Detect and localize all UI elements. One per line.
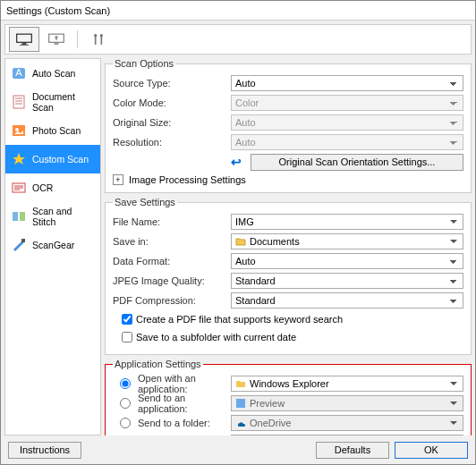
window-title: Settings (Custom Scan) [6,5,110,16]
swap-arrow-icon[interactable]: ↩ [231,155,242,169]
send-folder-radio[interactable] [120,418,131,428]
attach-email-select[interactable]: None (Attach Manually) [231,435,463,435]
svg-rect-15 [13,125,25,136]
sidebar-item-label: Photo Scan [32,125,81,136]
sidebar-item-document-scan[interactable]: Document Scan [5,88,100,116]
open-app-radio[interactable] [120,378,131,389]
data-format-select[interactable]: Auto [231,253,463,269]
instructions-button[interactable]: Instructions [8,442,81,459]
pdf-compression-select[interactable]: Standard [231,292,463,309]
svg-text:A: A [15,67,22,78]
file-name-input[interactable]: IMG [231,214,463,230]
sidebar-item-scan-stitch[interactable]: Scan and Stitch [5,202,100,231]
color-mode-select: Color [231,95,463,111]
scan-options-legend: Scan Options [113,58,175,69]
open-app-label: Open with an application: [138,373,225,394]
svg-rect-2 [20,45,29,46]
top-tab-bar [4,24,472,55]
subfolder-label: Save to a subfolder with current date [136,332,296,342]
sidebar-item-label: ScanGear [32,240,74,250]
sidebar-item-label: Auto Scan [32,68,75,79]
star-icon [11,151,27,167]
svg-rect-4 [55,43,59,45]
monitor-arrow-icon [47,32,65,46]
image-processing-expander[interactable]: + Image Processing Settings [113,174,463,185]
settings-window: Settings (Custom Scan) A Auto Scan [0,0,476,465]
photo-icon [11,123,27,139]
original-size-select: Auto [231,114,463,131]
sidebar-item-label: Document Scan [32,91,95,113]
sidebar-item-label: Custom Scan [32,154,89,165]
onedrive-icon [235,418,246,428]
titlebar: Settings (Custom Scan) [1,1,475,21]
ocr-icon [11,180,27,196]
subfolder-checkbox[interactable] [122,332,132,342]
pdf-keyword-checkbox[interactable] [122,314,132,325]
file-name-label: File Name: [113,216,225,227]
tools-icon [89,32,107,46]
tab-scan-from-panel[interactable] [41,27,72,52]
sidebar: A Auto Scan Document Scan Photo Scan Cus… [4,58,101,435]
sidebar-item-custom-scan[interactable]: Custom Scan [5,145,100,173]
send-app-label: Send to an application: [138,393,225,414]
svg-rect-24 [236,399,245,408]
tab-separator [77,30,78,48]
explorer-icon [235,378,246,389]
sidebar-item-scangear[interactable]: ScanGear [5,231,100,259]
send-folder-label: Send to a folder: [138,418,210,428]
svg-point-8 [100,34,103,37]
scan-options-group: Scan Options Source Type: Auto Color Mod… [105,58,472,193]
pdf-keyword-label: Create a PDF file that supports keyword … [136,314,343,325]
application-settings-group: Application Settings Open with an applic… [105,359,472,435]
monitor-icon [15,32,33,46]
tab-general-settings[interactable] [83,27,114,52]
stitch-icon [11,208,27,224]
scangear-icon [11,237,27,253]
send-app-radio[interactable] [120,398,131,409]
open-app-select[interactable]: Windows Explorer [231,376,463,392]
resolution-label: Resolution: [113,137,225,148]
send-app-select[interactable]: Preview [231,395,463,411]
svg-rect-1 [22,43,27,45]
source-type-label: Source Type: [113,78,225,89]
defaults-button[interactable]: Defaults [316,442,389,459]
send-folder-select[interactable]: OneDrive [231,415,463,431]
original-size-label: Original Size: [113,117,225,128]
sidebar-item-label: Scan and Stitch [32,206,95,227]
resolution-select: Auto [231,134,463,150]
footer-bar: Instructions Defaults OK [4,439,472,461]
source-type-select[interactable]: Auto [231,75,463,91]
window-body: A Auto Scan Document Scan Photo Scan Cus… [1,21,475,464]
svg-rect-0 [17,34,32,42]
pdf-compression-label: PDF Compression: [113,295,225,306]
jpeg-quality-select[interactable]: Standard [231,273,463,289]
ok-button[interactable]: OK [395,442,468,459]
color-mode-label: Color Mode: [113,97,225,108]
tab-scan-from-computer[interactable] [9,27,39,52]
auto-scan-icon: A [11,65,27,81]
preview-icon [235,398,246,409]
orientation-settings-button[interactable]: Original Scan Orientation Settings... [251,154,463,171]
data-format-label: Data Format: [113,256,225,266]
sidebar-item-photo-scan[interactable]: Photo Scan [5,116,100,145]
document-icon [11,94,27,110]
svg-point-16 [15,128,19,131]
svg-point-7 [94,34,97,37]
sidebar-item-label: OCR [32,182,53,193]
sidebar-item-auto-scan[interactable]: A Auto Scan [5,59,100,88]
save-in-label: Save in: [113,236,225,247]
expander-label: Image Processing Settings [129,174,246,185]
content-panel: Scan Options Source Type: Auto Color Mod… [105,58,472,435]
application-settings-legend: Application Settings [113,359,203,369]
save-settings-group: Save Settings File Name: IMG Save in: Do… [105,197,472,355]
svg-rect-22 [20,212,25,221]
save-settings-legend: Save Settings [113,197,177,207]
svg-rect-11 [13,96,24,108]
svg-rect-23 [21,239,25,242]
folder-icon [235,236,246,247]
jpeg-quality-label: JPEG Image Quality: [113,275,225,286]
sidebar-item-ocr[interactable]: OCR [5,173,100,202]
main-area: A Auto Scan Document Scan Photo Scan Cus… [4,58,472,435]
save-in-select[interactable]: Documents [231,233,463,249]
plus-icon: + [113,174,123,185]
